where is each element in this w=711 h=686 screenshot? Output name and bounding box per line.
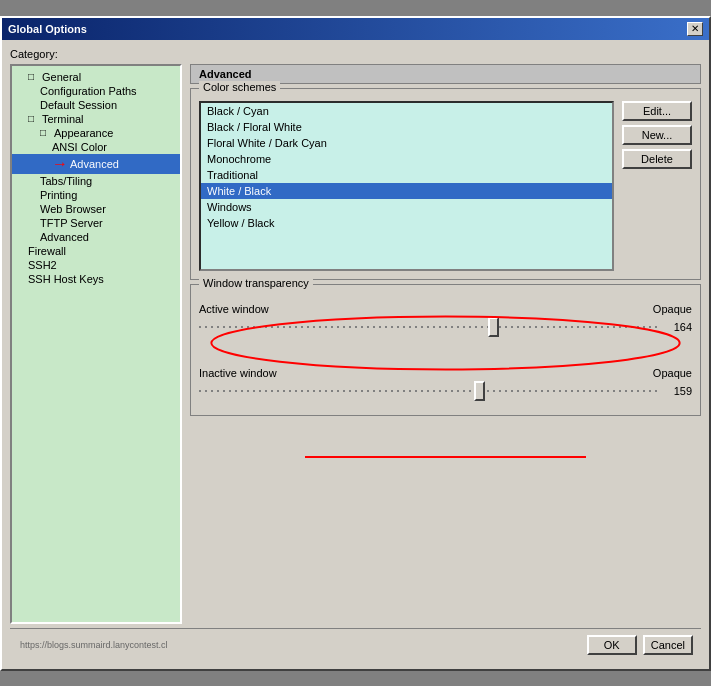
- active-slider-track[interactable]: [199, 317, 658, 337]
- inactive-slider-wrapper: 159: [199, 381, 692, 401]
- list-item-windows[interactable]: Windows: [201, 199, 612, 215]
- sidebar-item-default-session[interactable]: Default Session: [12, 98, 180, 112]
- sidebar-label-default-session: Default Session: [40, 99, 117, 111]
- right-panel: Advanced Color schemes Black / Cyan Blac…: [190, 64, 701, 624]
- sidebar-item-tabs-tiling[interactable]: Tabs/Tiling: [12, 174, 180, 188]
- expand-icon-appearance: □: [40, 127, 54, 138]
- color-list[interactable]: Black / Cyan Black / Floral White Floral…: [199, 101, 614, 271]
- sidebar-label-advanced: Advanced: [70, 158, 119, 170]
- sidebar-item-config-paths[interactable]: Configuration Paths: [12, 84, 180, 98]
- color-schemes-label: Color schemes: [199, 81, 280, 93]
- expand-icon: □: [28, 71, 42, 82]
- cancel-button[interactable]: Cancel: [643, 635, 693, 655]
- list-item-black-cyan[interactable]: Black / Cyan: [201, 103, 612, 119]
- sidebar-item-appearance[interactable]: □ Appearance: [12, 126, 180, 140]
- list-item-floral-white[interactable]: Floral White / Dark Cyan: [201, 135, 612, 151]
- list-item-yellow-black[interactable]: Yellow / Black: [201, 215, 612, 231]
- watermark: https://blogs.summaird.lanycontest.cl: [18, 638, 581, 652]
- color-schemes-group: Color schemes Black / Cyan Black / Flora…: [190, 88, 701, 280]
- title-bar: Global Options ✕: [2, 18, 709, 40]
- sidebar-item-advanced2[interactable]: Advanced: [12, 230, 180, 244]
- global-options-window: Global Options ✕ Category: □ General Con…: [0, 16, 711, 671]
- expand-icon-terminal: □: [28, 113, 42, 124]
- edit-button[interactable]: Edit...: [622, 101, 692, 121]
- sidebar-label-tabs-tiling: Tabs/Tiling: [40, 175, 92, 187]
- transparency-label: Window transparency: [199, 277, 313, 289]
- inactive-window-row: Inactive window Opaque 159: [199, 367, 692, 401]
- sidebar-item-advanced[interactable]: → Advanced: [12, 154, 180, 174]
- sidebar-item-terminal[interactable]: □ Terminal: [12, 112, 180, 126]
- sidebar-item-ssh-host-keys[interactable]: SSH Host Keys: [12, 272, 180, 286]
- inactive-opaque-label: Opaque: [653, 367, 692, 379]
- sidebar-label-appearance: Appearance: [54, 127, 113, 139]
- sidebar-item-ssh2[interactable]: SSH2: [12, 258, 180, 272]
- inactive-label-row: Inactive window Opaque: [199, 367, 692, 379]
- sidebar-item-printing[interactable]: Printing: [12, 188, 180, 202]
- main-content: □ General Configuration Paths Default Se…: [10, 64, 701, 624]
- sidebar-item-ansi-color[interactable]: ANSI Color: [12, 140, 180, 154]
- color-list-container: Black / Cyan Black / Floral White Floral…: [199, 101, 692, 271]
- new-button[interactable]: New...: [622, 125, 692, 145]
- list-item-traditional[interactable]: Traditional: [201, 167, 612, 183]
- category-label: Category:: [10, 48, 701, 60]
- red-arrow-icon: →: [52, 155, 68, 173]
- sidebar-item-general[interactable]: □ General: [12, 70, 180, 84]
- delete-button[interactable]: Delete: [622, 149, 692, 169]
- sidebar-label-printing: Printing: [40, 189, 77, 201]
- sidebar-item-web-browser[interactable]: Web Browser: [12, 202, 180, 216]
- list-item-black-floral[interactable]: Black / Floral White: [201, 119, 612, 135]
- active-slider-value: 164: [664, 321, 692, 333]
- bottom-bar: https://blogs.summaird.lanycontest.cl OK…: [10, 628, 701, 661]
- sidebar-label-web-browser: Web Browser: [40, 203, 106, 215]
- active-opaque-label: Opaque: [653, 303, 692, 315]
- inactive-slider-value: 159: [664, 385, 692, 397]
- sidebar-label-config-paths: Configuration Paths: [40, 85, 137, 97]
- active-window-row: Active window Opaque 164: [199, 303, 692, 337]
- window-title: Global Options: [8, 23, 87, 35]
- sidebar-label-ssh2: SSH2: [28, 259, 57, 271]
- sidebar-label-ansi-color: ANSI Color: [52, 141, 107, 153]
- active-window-label: Active window: [199, 303, 269, 315]
- sidebar-label-advanced2: Advanced: [40, 231, 89, 243]
- active-label-row: Active window Opaque: [199, 303, 692, 315]
- red-line-annotation: [305, 456, 586, 458]
- sidebar-item-firewall[interactable]: Firewall: [12, 244, 180, 258]
- inactive-slider-track[interactable]: [199, 381, 658, 401]
- window-body: Category: □ General Configuration Paths …: [2, 40, 709, 669]
- sidebar-label-firewall: Firewall: [28, 245, 66, 257]
- sidebar-label-tftp-server: TFTP Server: [40, 217, 103, 229]
- sidebar-tree: □ General Configuration Paths Default Se…: [10, 64, 182, 624]
- inactive-window-label: Inactive window: [199, 367, 277, 379]
- inactive-slider-thumb[interactable]: [474, 381, 485, 401]
- list-item-monochrome[interactable]: Monochrome: [201, 151, 612, 167]
- sidebar-label-general: General: [42, 71, 81, 83]
- active-slider-line: [199, 326, 658, 328]
- color-scheme-buttons: Edit... New... Delete: [622, 101, 692, 271]
- active-slider-wrapper: 164: [199, 317, 692, 337]
- inactive-slider-line: [199, 390, 658, 392]
- list-item-white-black[interactable]: White / Black: [201, 183, 612, 199]
- sidebar-label-terminal: Terminal: [42, 113, 84, 125]
- sidebar-item-tftp-server[interactable]: TFTP Server: [12, 216, 180, 230]
- ok-button[interactable]: OK: [587, 635, 637, 655]
- sidebar-label-ssh-host-keys: SSH Host Keys: [28, 273, 104, 285]
- transparency-group: Window transparency Active window Opaque: [190, 284, 701, 416]
- active-slider-thumb[interactable]: [488, 317, 499, 337]
- close-button[interactable]: ✕: [687, 22, 703, 36]
